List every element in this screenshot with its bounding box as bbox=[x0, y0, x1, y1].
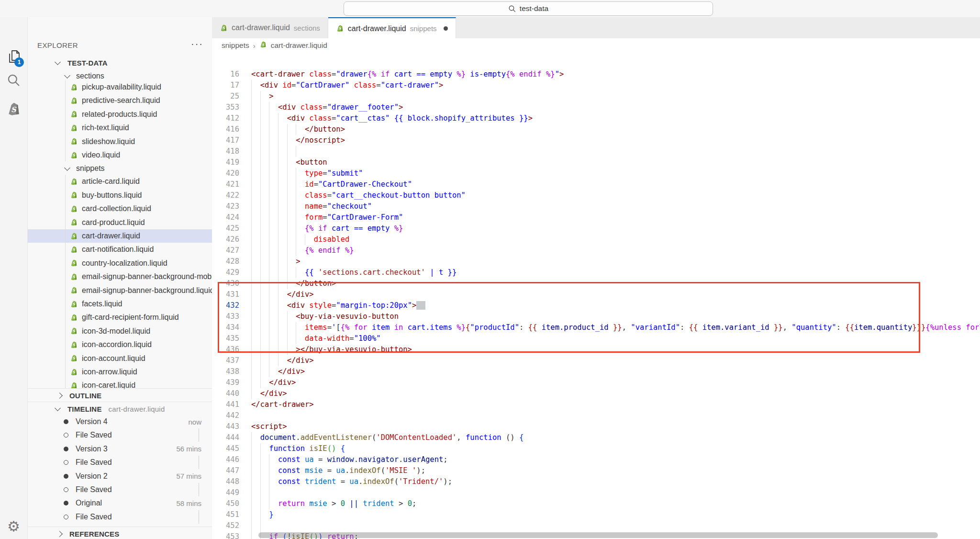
code-line[interactable]: 16<cart-drawer class="drawer{% if cart =… bbox=[212, 69, 980, 80]
sidebar-file-item[interactable]: Sslideshow.liquid bbox=[28, 135, 212, 148]
code-line[interactable]: 437 </div> bbox=[212, 355, 980, 366]
command-center-search[interactable]: test-data bbox=[344, 1, 713, 16]
modified-dot-icon[interactable] bbox=[444, 26, 448, 31]
sidebar-file-item[interactable]: Scard-collection.liquid bbox=[28, 202, 212, 215]
sidebar-file-item[interactable]: Sicon-account.liquid bbox=[28, 352, 212, 365]
code-line[interactable]: 25 > bbox=[212, 91, 980, 102]
code-line[interactable]: 432 <div style="margin-top:20px"> bbox=[212, 300, 980, 311]
breadcrumb[interactable]: snippets › S cart-drawer.liquid bbox=[212, 38, 980, 53]
sidebar-file-item[interactable]: Sfacets.liquid bbox=[28, 297, 212, 311]
line-number: 450 bbox=[212, 498, 239, 509]
sidebar-file-item[interactable]: Sicon-3d-model.liquid bbox=[28, 325, 212, 338]
code-line[interactable]: 436 ></buy-via-vesuvio-button> bbox=[212, 344, 980, 355]
breadcrumb-folder[interactable]: snippets bbox=[222, 41, 249, 50]
timeline-entry[interactable]: Version 257 mins bbox=[28, 470, 212, 483]
line-number: 431 bbox=[212, 289, 239, 300]
sidebar-file-item[interactable]: Scart-drawer.liquid bbox=[28, 229, 212, 243]
code-line[interactable]: 441</cart-drawer> bbox=[212, 399, 980, 410]
panel-outline[interactable]: OUTLINE bbox=[28, 388, 212, 402]
code-line[interactable]: 416 </button> bbox=[212, 124, 980, 135]
sidebar-file-item[interactable]: Semail-signup-banner-background-mobil... bbox=[28, 270, 212, 283]
code-line[interactable]: 412 <div class="cart__ctas" {{ block.sho… bbox=[212, 113, 980, 124]
root-folder-test-data[interactable]: TEST-DATA bbox=[28, 56, 212, 69]
code-line[interactable]: 452 bbox=[212, 520, 980, 531]
code-line[interactable]: 418 bbox=[212, 146, 980, 157]
code-line[interactable]: 447 const msie = ua.indexOf('MSIE '); bbox=[212, 465, 980, 476]
code-line[interactable]: 451 } bbox=[212, 509, 980, 520]
code-line[interactable]: 424 form="CartDrawer-Form" bbox=[212, 212, 980, 223]
timeline-entry[interactable]: File Saved bbox=[28, 483, 212, 496]
code-line[interactable]: 438 </div> bbox=[212, 366, 980, 377]
sidebar-folder-snippets[interactable]: snippets bbox=[28, 162, 212, 175]
horizontal-scrollbar[interactable] bbox=[258, 532, 938, 538]
code-line[interactable]: 446 const ua = window.navigator.userAgen… bbox=[212, 454, 980, 465]
sidebar-file-item[interactable]: Srich-text.liquid bbox=[28, 121, 212, 135]
code-line[interactable]: 449 bbox=[212, 487, 980, 498]
code-line[interactable]: 450 return msie > 0 || trident > 0; bbox=[212, 498, 980, 509]
code-line[interactable]: 430 </button> bbox=[212, 278, 980, 289]
code-line[interactable]: 443<script> bbox=[212, 421, 980, 432]
sidebar-file-item[interactable]: Scart-notification.liquid bbox=[28, 243, 212, 256]
sidebar-file-item[interactable]: Sicon-arrow.liquid bbox=[28, 365, 212, 379]
code-line[interactable]: 435 data-width="100%" bbox=[212, 333, 980, 344]
chevron-down-icon bbox=[55, 59, 61, 65]
tab-snippets-cart-drawer.liquid[interactable]: Scart-drawer.liquidsnippets bbox=[328, 17, 456, 39]
sidebar-file-item[interactable]: Svideo.liquid bbox=[28, 148, 212, 162]
code-line[interactable]: 420 type="submit" bbox=[212, 168, 980, 179]
timeline-entry[interactable]: File Saved bbox=[28, 510, 212, 524]
code-line[interactable]: 440 </div> bbox=[212, 388, 980, 399]
tab-sections-cart-drawer.liquid[interactable]: Scart-drawer.liquidsections bbox=[212, 17, 328, 38]
code-line[interactable]: 445 function isIE() { bbox=[212, 443, 980, 454]
timeline-entry[interactable]: File Saved bbox=[28, 428, 212, 442]
code-line[interactable]: 417 </noscript> bbox=[212, 135, 980, 146]
sidebar-file-item[interactable]: Sarticle-card.liquid bbox=[28, 175, 212, 188]
sidebar-file-item[interactable]: Scountry-localization.liquid bbox=[28, 257, 212, 270]
code-line[interactable]: 428 > bbox=[212, 256, 980, 267]
code-line[interactable]: 448 const trident = ua.indexOf('Trident/… bbox=[212, 476, 980, 487]
code-line[interactable]: 444 document.addEventListener('DOMConten… bbox=[212, 432, 980, 443]
panel-timeline[interactable]: TIMELINE cart-drawer.liquid bbox=[28, 402, 212, 415]
sidebar-file-item[interactable]: Semail-signup-banner-background.liquid bbox=[28, 284, 212, 297]
sidebar-file-item[interactable]: Spredictive-search.liquid bbox=[28, 94, 212, 107]
code-line[interactable]: 442 bbox=[212, 410, 980, 421]
more-actions-icon[interactable]: ··· bbox=[191, 38, 203, 49]
timeline-entry-label: Original bbox=[76, 499, 102, 507]
timeline-entry[interactable]: File Saved bbox=[28, 456, 212, 469]
code-editor[interactable]: 16<cart-drawer class="drawer{% if cart =… bbox=[212, 52, 980, 539]
sidebar-file-item[interactable]: Srelated-products.liquid bbox=[28, 108, 212, 121]
sidebar-file-item[interactable]: Sicon-accordion.liquid bbox=[28, 338, 212, 351]
code-line[interactable]: 426 disabled bbox=[212, 234, 980, 245]
code-line[interactable]: 433 <buy-via-vesuvio-button bbox=[212, 311, 980, 322]
line-number: 438 bbox=[212, 366, 239, 377]
code-line[interactable]: 425 {% if cart == empty %} bbox=[212, 223, 980, 234]
title-bar: test-data bbox=[0, 0, 980, 18]
timeline-entry[interactable]: Version 356 mins bbox=[28, 442, 212, 456]
panel-references[interactable]: REFERENCES bbox=[28, 527, 212, 539]
explorer-files-icon[interactable]: 1 bbox=[0, 46, 27, 69]
sidebar-file-item[interactable]: Sbuy-buttons.liquid bbox=[28, 189, 212, 202]
shopify-icon[interactable]: S bbox=[0, 98, 27, 121]
code-line[interactable]: 439 </div> bbox=[212, 377, 980, 388]
code-line[interactable]: 419 <button bbox=[212, 157, 980, 168]
file-label: cart-notification.liquid bbox=[82, 245, 154, 254]
breadcrumb-file[interactable]: cart-drawer.liquid bbox=[271, 41, 327, 50]
code-line[interactable]: 434 items='[{% for item in cart.items %}… bbox=[212, 322, 980, 333]
code-line[interactable]: 429 {{ 'sections.cart.checkout' | t }} bbox=[212, 267, 980, 278]
code-line[interactable]: 353 <div class="drawer__footer"> bbox=[212, 102, 980, 113]
timeline-entry[interactable]: Version 4now bbox=[28, 415, 212, 428]
timeline-entry[interactable]: Original58 mins bbox=[28, 496, 212, 510]
code-line[interactable]: 427 {% endif %} bbox=[212, 245, 980, 256]
code-line[interactable]: 421 id="CartDrawer-Checkout" bbox=[212, 179, 980, 190]
code-line[interactable]: 423 name="checkout" bbox=[212, 201, 980, 212]
line-number: 423 bbox=[212, 201, 239, 212]
sidebar-file-item[interactable]: Scard-product.liquid bbox=[28, 216, 212, 229]
sidebar-file-item[interactable]: Sgift-card-recipient-form.liquid bbox=[28, 311, 212, 324]
code-line[interactable]: 431 </div> bbox=[212, 289, 980, 300]
search-sidebar-icon[interactable] bbox=[0, 69, 27, 92]
code-line[interactable]: 422 class="cart__checkout-button button" bbox=[212, 190, 980, 201]
liquid-file-icon: S bbox=[70, 246, 78, 254]
sidebar-file-item[interactable]: Spickup-availability.liquid bbox=[28, 80, 212, 94]
gear-icon[interactable]: ⚙ bbox=[0, 515, 27, 538]
code-line[interactable]: 17 <div id="CartDrawer" class="cart-draw… bbox=[212, 80, 980, 91]
chevron-down-icon bbox=[64, 165, 70, 171]
